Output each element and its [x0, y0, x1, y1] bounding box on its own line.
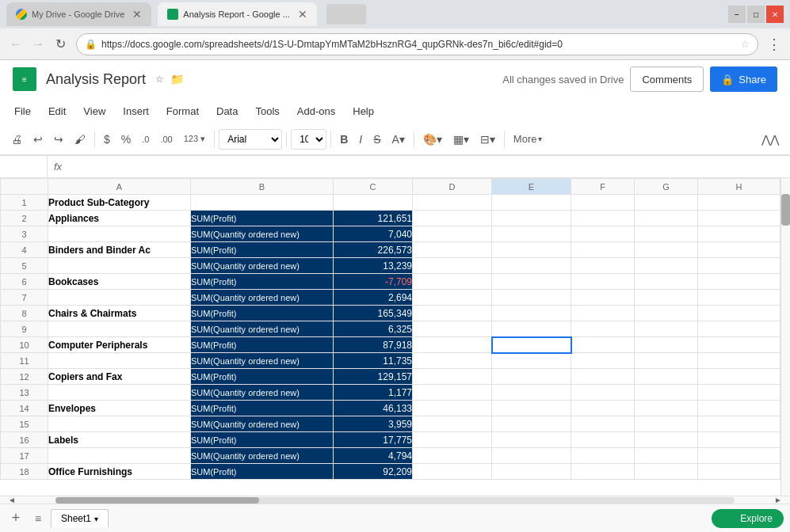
- cell-f17[interactable]: [571, 448, 635, 464]
- cell-g12[interactable]: [635, 369, 698, 385]
- cell-a14[interactable]: Envelopes: [48, 401, 191, 416]
- cell-a7[interactable]: [48, 290, 191, 306]
- row-header-17[interactable]: 17: [1, 448, 48, 464]
- cell-g14[interactable]: [635, 401, 698, 416]
- cell-f15[interactable]: [571, 416, 635, 432]
- cell-g1[interactable]: [635, 195, 698, 211]
- col-header-a[interactable]: A: [48, 179, 191, 195]
- menu-help[interactable]: Help: [345, 102, 382, 120]
- menu-insert[interactable]: Insert: [115, 102, 157, 120]
- cell-c4[interactable]: 226,573: [334, 242, 413, 258]
- cell-c8[interactable]: 165,349: [334, 306, 413, 321]
- cell-h13[interactable]: [698, 385, 780, 401]
- cell-d10[interactable]: [413, 337, 492, 353]
- cell-e4[interactable]: [492, 242, 571, 258]
- cell-e16[interactable]: [492, 432, 571, 448]
- cell-h2[interactable]: [698, 211, 780, 226]
- cell-e6[interactable]: [492, 274, 571, 290]
- cell-e17[interactable]: [492, 448, 571, 464]
- cell-b15[interactable]: SUM(Quantity ordered new): [191, 416, 334, 432]
- vertical-scrollbar[interactable]: [780, 178, 790, 496]
- cell-d6[interactable]: [413, 274, 492, 290]
- cell-f12[interactable]: [571, 369, 635, 385]
- star-title-icon[interactable]: ☆: [155, 74, 164, 85]
- paint-format-button[interactable]: 🖌: [70, 129, 90, 150]
- cell-h9[interactable]: [698, 321, 780, 337]
- cell-e12[interactable]: [492, 369, 571, 385]
- cell-f6[interactable]: [571, 274, 635, 290]
- font-size-selector[interactable]: 10: [291, 129, 326, 150]
- cell-b11[interactable]: SUM(Quantity ordered new): [191, 353, 334, 369]
- cell-g13[interactable]: [635, 385, 698, 401]
- cell-f1[interactable]: [571, 195, 635, 211]
- horizontal-scrollbar[interactable]: [55, 497, 735, 504]
- cell-f2[interactable]: [571, 211, 635, 226]
- sheet-tab-sheet1[interactable]: Sheet1 ▾: [51, 509, 109, 527]
- cell-b2[interactable]: SUM(Profit): [191, 211, 334, 226]
- strikethrough-button[interactable]: S: [368, 129, 385, 150]
- cell-b14[interactable]: SUM(Profit): [191, 401, 334, 416]
- cell-g3[interactable]: [635, 226, 698, 242]
- col-header-e[interactable]: E: [492, 179, 571, 195]
- cell-f10[interactable]: [571, 337, 635, 353]
- cell-d2[interactable]: [413, 211, 492, 226]
- font-selector[interactable]: Arial: [219, 129, 282, 150]
- row-header-3[interactable]: 3: [1, 226, 48, 242]
- row-header-16[interactable]: 16: [1, 432, 48, 448]
- cell-h15[interactable]: [698, 416, 780, 432]
- cell-c16[interactable]: 17,775: [334, 432, 413, 448]
- cell-e3[interactable]: [492, 226, 571, 242]
- cell-d15[interactable]: [413, 416, 492, 432]
- cell-b1[interactable]: [191, 195, 334, 211]
- cell-g10[interactable]: [635, 337, 698, 353]
- row-header-18[interactable]: 18: [1, 464, 48, 480]
- cell-c5[interactable]: 13,239: [334, 258, 413, 274]
- cell-b4[interactable]: SUM(Profit): [191, 242, 334, 258]
- merge-button[interactable]: ⊟▾: [475, 129, 500, 150]
- cell-h4[interactable]: [698, 242, 780, 258]
- menu-format[interactable]: Format: [158, 102, 207, 120]
- cell-d4[interactable]: [413, 242, 492, 258]
- folder-icon[interactable]: 📁: [170, 73, 184, 86]
- cell-f3[interactable]: [571, 226, 635, 242]
- browser-menu-button[interactable]: ⋮: [765, 35, 784, 54]
- row-header-12[interactable]: 12: [1, 369, 48, 385]
- comments-button[interactable]: Comments: [630, 66, 704, 92]
- cell-b3[interactable]: SUM(Quantity ordered new): [191, 226, 334, 242]
- url-bar[interactable]: 🔒 https://docs.google.com/spreadsheets/d…: [76, 33, 758, 55]
- row-header-5[interactable]: 5: [1, 258, 48, 274]
- cell-c14[interactable]: 46,133: [334, 401, 413, 416]
- cell-b12[interactable]: SUM(Profit): [191, 369, 334, 385]
- cell-a4[interactable]: Binders and Binder Ac: [48, 242, 191, 258]
- cell-h12[interactable]: [698, 369, 780, 385]
- collapse-toolbar-button[interactable]: ⋀⋀: [757, 129, 784, 150]
- menu-view[interactable]: View: [75, 102, 113, 120]
- decimal-inc-button[interactable]: .00: [155, 129, 177, 150]
- cell-g17[interactable]: [635, 448, 698, 464]
- cell-e9[interactable]: [492, 321, 571, 337]
- cell-h14[interactable]: [698, 401, 780, 416]
- cell-h8[interactable]: [698, 306, 780, 321]
- cell-f11[interactable]: [571, 353, 635, 369]
- cell-d16[interactable]: [413, 432, 492, 448]
- row-header-1[interactable]: 1: [1, 195, 48, 211]
- cell-f18[interactable]: [571, 464, 635, 480]
- cell-a1[interactable]: Product Sub-Category: [48, 195, 191, 211]
- col-header-f[interactable]: F: [571, 179, 635, 195]
- cell-e1[interactable]: [492, 195, 571, 211]
- cell-a5[interactable]: [48, 258, 191, 274]
- cell-c11[interactable]: 11,735: [334, 353, 413, 369]
- cell-d5[interactable]: [413, 258, 492, 274]
- col-header-c[interactable]: C: [334, 179, 413, 195]
- cell-b8[interactable]: SUM(Profit): [191, 306, 334, 321]
- reload-button[interactable]: ↻: [51, 35, 70, 54]
- vertical-scroll-thumb[interactable]: [781, 194, 790, 226]
- undo-button[interactable]: ↩: [29, 129, 48, 150]
- row-header-7[interactable]: 7: [1, 290, 48, 306]
- cell-c1[interactable]: [334, 195, 413, 211]
- cell-e7[interactable]: [492, 290, 571, 306]
- cell-e10[interactable]: [492, 337, 571, 353]
- cell-h10[interactable]: [698, 337, 780, 353]
- cell-d17[interactable]: [413, 448, 492, 464]
- row-header-8[interactable]: 8: [1, 306, 48, 321]
